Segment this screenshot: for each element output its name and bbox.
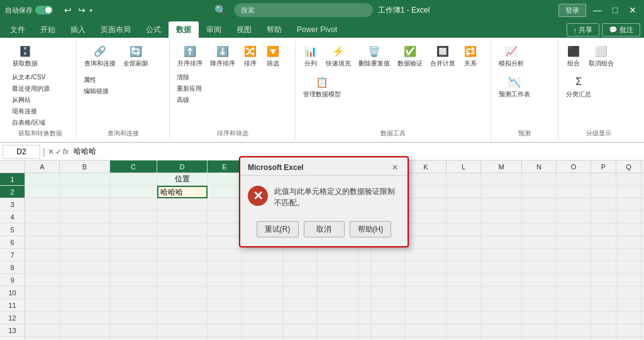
dialog-close-button[interactable]: ✕: [390, 162, 400, 173]
retry-button[interactable]: 重试(R): [257, 221, 299, 237]
dialog-message: 此值与此单元格定义的数据验证限制不匹配。: [274, 186, 400, 208]
dialog-title-bar: Microsoft Excel ✕: [240, 157, 408, 176]
help-button[interactable]: 帮助(H): [350, 221, 392, 237]
cancel-button[interactable]: 取消: [304, 221, 345, 237]
dialog-body: ✕ 此值与此单元格定义的数据验证限制不匹配。: [240, 176, 408, 216]
dialog-buttons: 重试(R) 取消 帮助(H): [240, 216, 408, 246]
error-dialog: Microsoft Excel ✕ ✕ 此值与此单元格定义的数据验证限制不匹配。…: [239, 156, 409, 247]
dialog-overlay: Microsoft Excel ✕ ✕ 此值与此单元格定义的数据验证限制不匹配。…: [0, 0, 644, 340]
dialog-title: Microsoft Excel: [248, 163, 304, 172]
error-icon: ✕: [248, 186, 268, 206]
